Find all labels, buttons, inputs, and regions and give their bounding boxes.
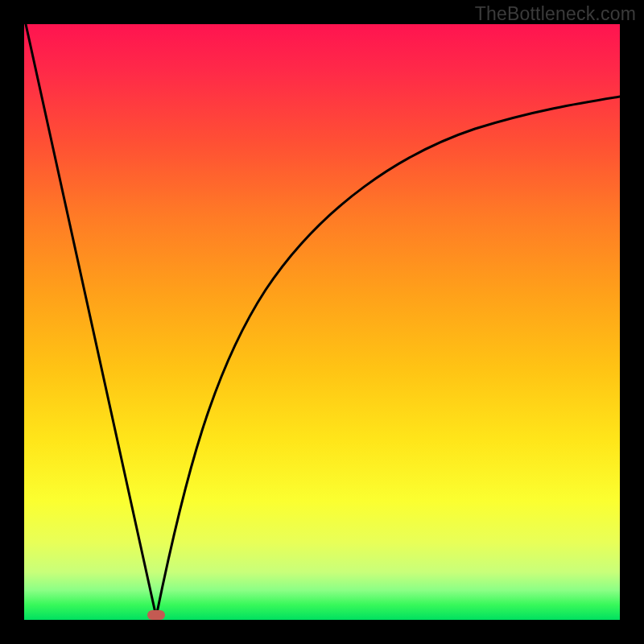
optimum-marker <box>147 610 165 620</box>
watermark-text: TheBottleneck.com <box>475 3 636 25</box>
curve-right-branch <box>156 97 620 617</box>
curve-left-branch <box>26 24 156 617</box>
chart-frame: TheBottleneck.com <box>0 0 644 644</box>
plot-area <box>24 24 620 620</box>
bottleneck-curve <box>24 24 620 620</box>
